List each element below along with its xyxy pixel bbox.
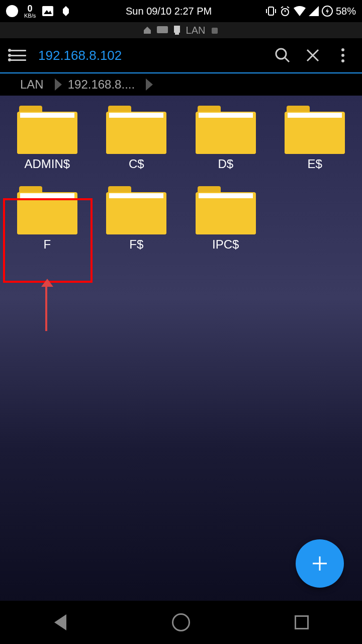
- folder-grid: ADMIN$ C$ D$ E$ F F$ IPC$: [5, 106, 357, 252]
- svg-point-17: [276, 49, 286, 59]
- datetime: Sun 09/10 2:27 PM: [126, 6, 212, 17]
- app-bar: 192.168.8.102: [0, 38, 362, 73]
- address-text: 192.168.8.102: [38, 48, 122, 63]
- folder-icon: [196, 186, 256, 234]
- back-button[interactable]: [50, 612, 70, 632]
- more-vert-icon: [341, 48, 345, 63]
- svg-rect-16: [212, 28, 218, 34]
- folder-icon: [196, 106, 256, 154]
- menu-icon[interactable]: [10, 50, 26, 61]
- folder-label: ADMIN$: [24, 157, 70, 171]
- home-button[interactable]: [171, 612, 191, 632]
- svg-point-21: [341, 48, 344, 51]
- folder-label: F: [43, 237, 51, 252]
- svg-line-8: [287, 7, 289, 8]
- more-button[interactable]: [334, 46, 352, 64]
- address-bar[interactable]: 192.168.8.102: [38, 48, 261, 63]
- fab-add-button[interactable]: [296, 539, 344, 588]
- folder-icon: [17, 186, 77, 234]
- recents-icon: [295, 615, 309, 629]
- status-center: Sun 09/10 2:27 PM: [126, 6, 212, 17]
- breadcrumb-item[interactable]: LAN: [20, 77, 68, 92]
- svg-marker-11: [326, 8, 329, 14]
- svg-rect-15: [175, 33, 179, 35]
- home-icon: [172, 613, 190, 631]
- folder-label: C$: [129, 157, 144, 171]
- leaf-icon: [60, 5, 72, 17]
- network-speed: 0 KB/s: [24, 4, 36, 19]
- speed-unit: KB/s: [24, 13, 36, 19]
- secondary-bar: LAN: [0, 22, 362, 38]
- svg-point-22: [341, 54, 344, 57]
- folder-f[interactable]: F: [5, 186, 89, 252]
- folder-label: E$: [308, 157, 322, 171]
- svg-point-23: [341, 59, 344, 62]
- folder-icon: [17, 106, 77, 154]
- status-bar: 0 KB/s Sun 09/10 2:27 PM 58%: [0, 0, 362, 22]
- device-icon: [173, 26, 181, 35]
- svg-marker-12: [144, 27, 151, 34]
- folder-admin[interactable]: ADMIN$: [5, 106, 89, 171]
- folder-label: F$: [129, 237, 143, 252]
- home-icon: [143, 26, 152, 35]
- svg-rect-14: [174, 26, 180, 33]
- wifi-icon: [294, 6, 306, 16]
- bus-icon: [157, 26, 168, 34]
- svg-marker-9: [309, 6, 319, 16]
- folder-icon: [285, 106, 345, 154]
- svg-line-18: [285, 58, 289, 62]
- plus-icon: [310, 553, 330, 574]
- folder-label: D$: [218, 157, 233, 171]
- content-area: ADMIN$ C$ D$ E$ F F$ IPC$: [0, 96, 362, 601]
- picture-icon: [42, 6, 54, 17]
- folder-icon: [106, 186, 166, 234]
- back-icon: [54, 614, 66, 630]
- svg-rect-0: [42, 6, 53, 16]
- annotation-arrow: [45, 286, 47, 331]
- alarm-icon: [280, 6, 291, 17]
- battery-charge-icon: [322, 6, 333, 17]
- recents-button[interactable]: [292, 612, 312, 632]
- folder-f-dollar[interactable]: F$: [95, 186, 179, 252]
- status-left: 0 KB/s: [6, 4, 72, 19]
- breadcrumb: LAN 192.168.8....: [0, 73, 362, 96]
- folder-icon: [106, 106, 166, 154]
- notification-dot-icon: [6, 5, 18, 17]
- folder-label: IPC$: [212, 237, 239, 252]
- close-button[interactable]: [304, 46, 322, 64]
- folder-c[interactable]: C$: [95, 106, 179, 171]
- folder-e[interactable]: E$: [273, 106, 357, 171]
- svg-rect-13: [157, 26, 168, 33]
- search-icon: [275, 47, 291, 63]
- search-button[interactable]: [274, 46, 292, 64]
- speed-value: 0: [28, 4, 33, 13]
- title-label: LAN: [186, 25, 206, 36]
- folder-d[interactable]: D$: [184, 106, 268, 171]
- svg-line-7: [281, 7, 283, 8]
- folder-ipc[interactable]: IPC$: [184, 186, 268, 252]
- system-nav-bar: [0, 601, 362, 644]
- status-right: 58%: [265, 6, 356, 17]
- battery-percent: 58%: [336, 6, 356, 17]
- vibrate-icon: [265, 6, 277, 17]
- close-icon: [305, 48, 320, 63]
- breadcrumb-item[interactable]: 192.168.8....: [68, 77, 159, 92]
- android-icon: [210, 26, 219, 35]
- cell-signal-icon: [309, 6, 319, 16]
- svg-rect-2: [268, 7, 274, 15]
